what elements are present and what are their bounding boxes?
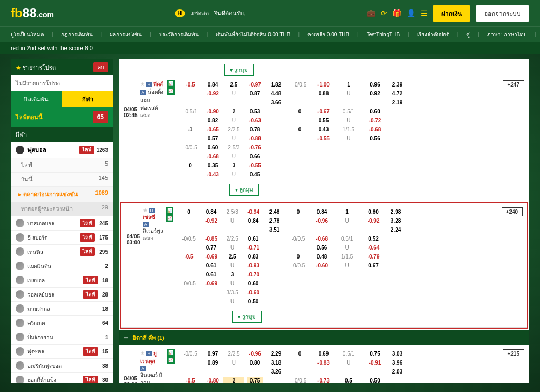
sidebar-sport-item[interactable]: ปั่นจักรยาน 1 (11, 330, 113, 345)
odds-cell[interactable]: -0.55 (313, 135, 334, 142)
tab-sports[interactable]: กีฬา (62, 91, 114, 107)
deposit-button[interactable]: ฝากเงิน (433, 5, 470, 22)
league-header[interactable]: − อิตาลี คัพ (1) (119, 330, 529, 345)
odds-cell[interactable]: -0.5 (178, 81, 202, 89)
odds-cell[interactable]: U (223, 359, 244, 367)
odds-cell[interactable]: 0.45 (247, 170, 263, 178)
odds-cell[interactable]: U (335, 262, 359, 270)
odds-cell[interactable]: 0.57 (205, 135, 220, 142)
nav-odds[interactable]: คู่ (466, 31, 470, 39)
odds-cell[interactable]: U (222, 280, 243, 288)
nav-history[interactable]: ประวัติการเดิมพัน (159, 31, 199, 39)
odds-cell[interactable]: 0.60 (246, 280, 262, 288)
odds-cell[interactable]: 0.50 (246, 298, 262, 305)
odds-cell[interactable]: 0.92 (363, 90, 387, 98)
sidebar-sport-item[interactable]: ฟุตซอล ไลฟ์15 (11, 345, 113, 359)
more-bets-button[interactable]: +215 (503, 349, 524, 358)
odds-cell[interactable]: 1/1.5 (336, 126, 360, 133)
odds-cell[interactable]: 0.5 (336, 377, 360, 383)
sidebar-sport-item[interactable]: เทนนิส ไลฟ์295 (11, 245, 113, 259)
odds-cell[interactable]: -0.60 (246, 289, 262, 297)
odds-cell[interactable]: -0.90 (205, 108, 220, 116)
odds-cell[interactable]: -0.96 (312, 217, 333, 225)
nav-mode[interactable]: ยูโรเปี้ยนโหมด (11, 31, 44, 39)
odds-cell[interactable]: -0.97 (247, 81, 263, 89)
odds-cell[interactable]: 4.72 (389, 90, 405, 98)
odds-cell[interactable]: 3.66 (265, 99, 286, 107)
odds-cell[interactable]: -0.96 (247, 350, 263, 358)
sub-early-active[interactable]: ▸ ตลาดก่อนการแข่งขัน1089 (11, 187, 113, 202)
nav-account[interactable]: TestThingTHB (367, 32, 400, 37)
live-now-row[interactable]: ไลฟ์ตอนนี้ 65 (11, 107, 113, 127)
odds-cell[interactable]: 2.5/3 (223, 144, 244, 151)
odds-cell[interactable]: 3/3.5 (222, 289, 243, 297)
odds-cell[interactable]: 0 (177, 208, 201, 216)
odds-cell[interactable]: 0.88 (313, 90, 334, 98)
odds-cell[interactable]: 0 (289, 126, 310, 133)
odds-cell[interactable]: -0.92 (362, 217, 385, 225)
odds-cell[interactable]: 2.03 (389, 368, 405, 376)
odds-cell[interactable]: 0.35 (205, 161, 220, 169)
odds-cell[interactable]: 2.29 (265, 350, 286, 358)
odds-cell[interactable]: 1 (335, 208, 359, 216)
stats-icon[interactable]: 📊 (167, 349, 175, 357)
odds-cell[interactable]: -0.68 (205, 152, 220, 160)
user-icon[interactable]: 👤 (407, 9, 416, 17)
nav-lang[interactable]: ภาษา: ภาษาไทย (487, 31, 527, 39)
sub-live[interactable]: ไลฟ์5 (11, 158, 113, 173)
refresh-icon[interactable]: ⟳ (381, 9, 387, 17)
odds-cell[interactable]: 0 (178, 161, 202, 169)
odds-cell[interactable]: 3.26 (265, 368, 286, 376)
odds-cell[interactable]: 0 (288, 208, 309, 216)
odds-cell[interactable]: 0.56 (363, 135, 387, 142)
odds-cell[interactable]: 0.84 (205, 81, 220, 89)
odds-cell[interactable]: 2.39 (389, 81, 405, 89)
odds-cell[interactable]: 0.56 (312, 244, 333, 252)
odds-cell[interactable]: 3.96 (389, 359, 405, 367)
odds-cell[interactable]: 0.60 (205, 144, 220, 151)
odds-cell[interactable]: 0.61 (204, 262, 219, 270)
odds-cell[interactable]: 3.03 (389, 350, 405, 358)
stats-icon[interactable]: 📊 (167, 80, 175, 88)
odds-cell[interactable]: 0.66 (247, 152, 263, 160)
wallet-icon[interactable]: 💼 (367, 9, 375, 17)
odds-cell[interactable]: -0.71 (246, 244, 262, 252)
odds-cell[interactable]: -0/0.5 (178, 350, 202, 358)
logo[interactable]: fb88.com (11, 6, 54, 21)
odds-cell[interactable]: 0.96 (363, 81, 387, 89)
odds-cell[interactable]: -0/0.5 (288, 262, 309, 270)
odds-cell[interactable]: U (222, 262, 243, 270)
odds-cell[interactable]: -0/0.5 (178, 144, 202, 151)
odds-cell[interactable]: 2/2.5 (223, 126, 244, 133)
nav-rules[interactable]: กฎการเดิมพัน (61, 31, 93, 39)
odds-cell[interactable]: 0 (288, 253, 309, 261)
odds-cell[interactable]: -0.80 (205, 377, 220, 383)
odds-cell[interactable]: 0.61 (204, 271, 219, 279)
odds-cell[interactable]: 0.77 (204, 244, 219, 252)
odds-cell[interactable]: 1.82 (265, 81, 286, 89)
odds-cell[interactable]: -0.70 (246, 271, 262, 279)
odds-cell[interactable]: -0.73 (313, 377, 334, 383)
odds-cell[interactable]: 2 (223, 108, 244, 116)
odds-cell[interactable]: -0.79 (362, 253, 385, 261)
odds-cell[interactable]: -0.43 (205, 170, 220, 178)
odds-cell[interactable]: 3.18 (265, 359, 286, 367)
odds-cell[interactable]: U (223, 152, 244, 160)
odds-cell[interactable]: 0.84 (204, 208, 219, 216)
sidebar-sport-item[interactable]: มวยสากล 18 (11, 302, 113, 316)
collapse-corners-button[interactable]: ▾ ลูกมุม (224, 64, 254, 76)
odds-cell[interactable]: 0.82 (205, 117, 220, 125)
odds-cell[interactable]: 0.50 (363, 377, 387, 383)
odds-cell[interactable]: 0.53 (247, 108, 263, 116)
odds-cell[interactable]: 2.5 (222, 253, 243, 261)
chart-icon[interactable]: 📈 (167, 88, 175, 95)
sidebar-sport-item[interactable]: แบดมินตัน 2 (11, 259, 113, 273)
odds-cell[interactable]: U (336, 135, 360, 142)
odds-cell[interactable]: 0.5/1 (336, 350, 360, 358)
odds-cell[interactable]: 2/2.5 (222, 235, 243, 243)
odds-cell[interactable]: 0.80 (247, 359, 263, 367)
sub-outright[interactable]: ทายผลผู้ชนะลวงหน้า29 (11, 202, 113, 216)
odds-cell[interactable]: 0.55 (313, 117, 334, 125)
odds-cell[interactable]: -0.5/1 (178, 108, 202, 116)
odds-cell[interactable]: -0.5 (177, 253, 201, 261)
